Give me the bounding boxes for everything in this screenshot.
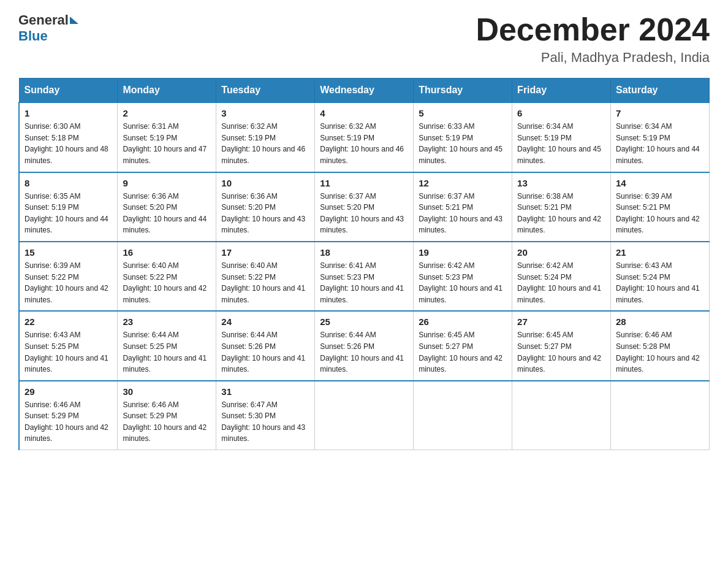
calendar-day-cell: 5 Sunrise: 6:33 AMSunset: 5:19 PMDayligh… [414, 102, 512, 172]
calendar-day-cell: 22 Sunrise: 6:43 AMSunset: 5:25 PMDaylig… [19, 311, 118, 380]
calendar-day-cell: 26 Sunrise: 6:45 AMSunset: 5:27 PMDaylig… [414, 311, 512, 380]
calendar-day-cell: 31 Sunrise: 6:47 AMSunset: 5:30 PMDaylig… [216, 381, 315, 450]
day-info: Sunrise: 6:41 AMSunset: 5:23 PMDaylight:… [320, 261, 404, 304]
day-number: 17 [221, 247, 309, 258]
calendar-day-cell: 2 Sunrise: 6:31 AMSunset: 5:19 PMDayligh… [118, 102, 216, 172]
day-info: Sunrise: 6:34 AMSunset: 5:19 PMDaylight:… [517, 122, 601, 165]
day-number: 26 [419, 316, 507, 327]
calendar-week-row: 1 Sunrise: 6:30 AMSunset: 5:18 PMDayligh… [19, 102, 710, 172]
calendar-week-row: 8 Sunrise: 6:35 AMSunset: 5:19 PMDayligh… [19, 172, 710, 242]
day-number: 12 [419, 178, 507, 188]
calendar-day-cell: 19 Sunrise: 6:42 AMSunset: 5:23 PMDaylig… [414, 242, 512, 311]
day-number: 22 [25, 316, 112, 327]
day-info: Sunrise: 6:34 AMSunset: 5:19 PMDaylight:… [616, 122, 700, 165]
day-info: Sunrise: 6:44 AMSunset: 5:26 PMDaylight:… [221, 331, 305, 373]
calendar-day-cell: 15 Sunrise: 6:39 AMSunset: 5:22 PMDaylig… [19, 242, 118, 311]
day-info: Sunrise: 6:30 AMSunset: 5:18 PMDaylight:… [25, 122, 108, 165]
day-of-week-header: Thursday [414, 79, 512, 103]
calendar-day-cell: 4 Sunrise: 6:32 AMSunset: 5:19 PMDayligh… [315, 102, 414, 172]
day-number: 31 [221, 386, 309, 397]
calendar-day-cell: 9 Sunrise: 6:36 AMSunset: 5:20 PMDayligh… [118, 172, 216, 242]
day-number: 27 [517, 316, 605, 327]
calendar-day-cell: 28 Sunrise: 6:46 AMSunset: 5:28 PMDaylig… [611, 311, 710, 380]
day-info: Sunrise: 6:33 AMSunset: 5:19 PMDaylight:… [419, 122, 502, 165]
day-number: 16 [123, 247, 211, 258]
calendar-day-cell [512, 381, 611, 450]
day-of-week-header: Monday [118, 79, 216, 103]
day-info: Sunrise: 6:46 AMSunset: 5:28 PMDaylight:… [616, 331, 700, 373]
day-number: 24 [221, 316, 309, 327]
title-block: December 2024 Pali, Madhya Pradesh, Indi… [476, 12, 710, 66]
day-info: Sunrise: 6:37 AMSunset: 5:20 PMDaylight:… [320, 192, 404, 235]
calendar-day-cell: 10 Sunrise: 6:36 AMSunset: 5:20 PMDaylig… [216, 172, 315, 242]
day-of-week-header: Friday [512, 79, 611, 103]
calendar-day-cell: 12 Sunrise: 6:37 AMSunset: 5:21 PMDaylig… [414, 172, 512, 242]
day-info: Sunrise: 6:40 AMSunset: 5:22 PMDaylight:… [123, 261, 207, 304]
calendar-day-cell: 7 Sunrise: 6:34 AMSunset: 5:19 PMDayligh… [611, 102, 710, 172]
calendar-day-cell: 17 Sunrise: 6:40 AMSunset: 5:22 PMDaylig… [216, 242, 315, 311]
day-info: Sunrise: 6:45 AMSunset: 5:27 PMDaylight:… [419, 331, 502, 373]
day-info: Sunrise: 6:31 AMSunset: 5:19 PMDaylight:… [123, 122, 207, 165]
day-number: 15 [25, 247, 112, 258]
calendar-day-cell: 24 Sunrise: 6:44 AMSunset: 5:26 PMDaylig… [216, 311, 315, 380]
day-number: 7 [616, 108, 704, 118]
day-of-week-header: Sunday [19, 79, 118, 103]
day-info: Sunrise: 6:43 AMSunset: 5:24 PMDaylight:… [616, 261, 700, 304]
day-info: Sunrise: 6:32 AMSunset: 5:19 PMDaylight:… [320, 122, 404, 165]
day-number: 14 [616, 178, 704, 188]
calendar-day-cell: 25 Sunrise: 6:44 AMSunset: 5:26 PMDaylig… [315, 311, 414, 380]
calendar-day-cell: 8 Sunrise: 6:35 AMSunset: 5:19 PMDayligh… [19, 172, 118, 242]
calendar-day-cell [611, 381, 710, 450]
day-number: 2 [123, 108, 211, 118]
day-number: 6 [517, 108, 605, 118]
day-info: Sunrise: 6:35 AMSunset: 5:19 PMDaylight:… [25, 192, 108, 235]
calendar-header-row: SundayMondayTuesdayWednesdayThursdayFrid… [19, 79, 710, 103]
calendar-day-cell [315, 381, 414, 450]
day-number: 30 [123, 386, 211, 397]
day-number: 1 [25, 108, 112, 118]
calendar-day-cell: 14 Sunrise: 6:39 AMSunset: 5:21 PMDaylig… [611, 172, 710, 242]
logo-blue-text: Blue [18, 28, 48, 44]
day-info: Sunrise: 6:46 AMSunset: 5:29 PMDaylight:… [123, 400, 207, 443]
day-info: Sunrise: 6:47 AMSunset: 5:30 PMDaylight:… [221, 400, 305, 443]
calendar-day-cell: 30 Sunrise: 6:46 AMSunset: 5:29 PMDaylig… [118, 381, 216, 450]
page-header: General Blue December 2024 Pali, Madhya … [18, 12, 710, 66]
day-number: 28 [616, 316, 704, 327]
calendar-table: SundayMondayTuesdayWednesdayThursdayFrid… [18, 78, 710, 450]
logo-general-text: General [18, 12, 69, 28]
day-number: 8 [25, 178, 112, 188]
day-info: Sunrise: 6:37 AMSunset: 5:21 PMDaylight:… [419, 192, 502, 235]
day-number: 18 [320, 247, 408, 258]
day-number: 4 [320, 108, 408, 118]
day-info: Sunrise: 6:42 AMSunset: 5:23 PMDaylight:… [419, 261, 502, 304]
day-number: 3 [221, 108, 309, 118]
day-info: Sunrise: 6:38 AMSunset: 5:21 PMDaylight:… [517, 192, 601, 235]
day-info: Sunrise: 6:36 AMSunset: 5:20 PMDaylight:… [221, 192, 305, 235]
calendar-day-cell: 6 Sunrise: 6:34 AMSunset: 5:19 PMDayligh… [512, 102, 611, 172]
calendar-day-cell [414, 381, 512, 450]
day-number: 10 [221, 178, 309, 188]
calendar-day-cell: 3 Sunrise: 6:32 AMSunset: 5:19 PMDayligh… [216, 102, 315, 172]
calendar-day-cell: 1 Sunrise: 6:30 AMSunset: 5:18 PMDayligh… [19, 102, 118, 172]
calendar-day-cell: 27 Sunrise: 6:45 AMSunset: 5:27 PMDaylig… [512, 311, 611, 380]
calendar-week-row: 29 Sunrise: 6:46 AMSunset: 5:29 PMDaylig… [19, 381, 710, 450]
logo-triangle-icon [70, 17, 78, 24]
calendar-day-cell: 21 Sunrise: 6:43 AMSunset: 5:24 PMDaylig… [611, 242, 710, 311]
day-info: Sunrise: 6:44 AMSunset: 5:26 PMDaylight:… [320, 331, 404, 373]
day-number: 20 [517, 247, 605, 258]
day-number: 13 [517, 178, 605, 188]
calendar-day-cell: 29 Sunrise: 6:46 AMSunset: 5:29 PMDaylig… [19, 381, 118, 450]
logo: General Blue [18, 12, 78, 44]
calendar-day-cell: 16 Sunrise: 6:40 AMSunset: 5:22 PMDaylig… [118, 242, 216, 311]
day-number: 25 [320, 316, 408, 327]
calendar-title: December 2024 [476, 12, 710, 47]
day-number: 23 [123, 316, 211, 327]
day-of-week-header: Tuesday [216, 79, 315, 103]
calendar-day-cell: 11 Sunrise: 6:37 AMSunset: 5:20 PMDaylig… [315, 172, 414, 242]
day-info: Sunrise: 6:43 AMSunset: 5:25 PMDaylight:… [25, 331, 108, 373]
day-info: Sunrise: 6:36 AMSunset: 5:20 PMDaylight:… [123, 192, 207, 235]
calendar-week-row: 15 Sunrise: 6:39 AMSunset: 5:22 PMDaylig… [19, 242, 710, 311]
day-number: 21 [616, 247, 704, 258]
day-number: 29 [25, 386, 112, 397]
day-info: Sunrise: 6:32 AMSunset: 5:19 PMDaylight:… [221, 122, 305, 165]
